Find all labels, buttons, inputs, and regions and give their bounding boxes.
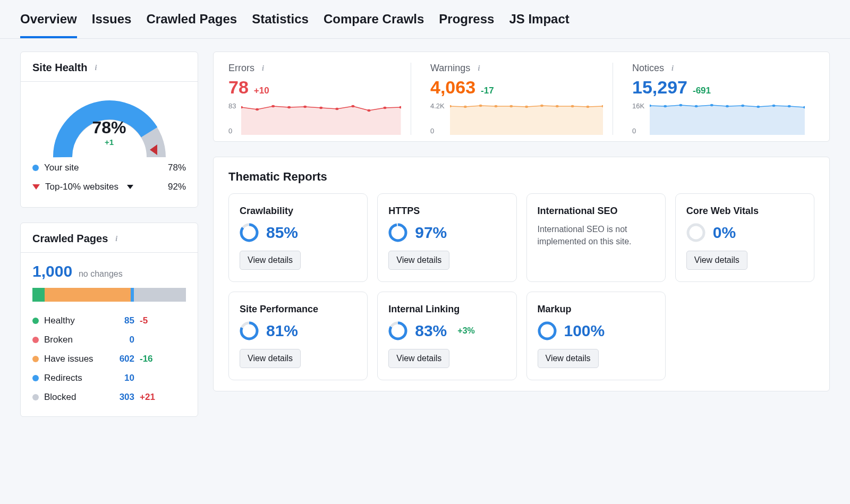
metric-value: 78: [228, 77, 249, 98]
crawled-total: 1,000: [32, 262, 72, 280]
svg-point-27: [664, 105, 667, 107]
crawled-value: 0: [107, 335, 134, 345]
metric-label: Warnings: [430, 63, 470, 74]
report-percent: 85%: [266, 224, 298, 242]
svg-point-17: [494, 105, 497, 107]
report-title: Internal Linking: [388, 304, 505, 315]
svg-point-33: [757, 106, 760, 108]
dot-icon: [32, 356, 39, 362]
metric-value: 15,297: [632, 77, 687, 98]
tab-compare-crawls[interactable]: Compare Crawls: [324, 12, 424, 38]
svg-point-18: [509, 105, 513, 107]
svg-point-11: [384, 107, 387, 109]
dot-icon: [32, 337, 39, 343]
info-icon[interactable]: i: [474, 64, 483, 73]
info-icon[interactable]: i: [91, 64, 100, 72]
legend-label: Your site: [44, 163, 79, 173]
chevron-down-icon: [127, 185, 133, 189]
tab-overview[interactable]: Overview: [20, 12, 77, 38]
view-details-button[interactable]: View details: [538, 349, 599, 368]
sparkline-errors: [241, 102, 401, 135]
report-card: Core Web Vitals 0% View details: [675, 193, 814, 282]
crawled-pages-card: Crawled Pages i 1,000 no changes Healthy…: [20, 223, 198, 417]
view-details-button[interactable]: View details: [240, 251, 301, 270]
report-percent: 0%: [713, 224, 736, 242]
crawled-value: 10: [107, 373, 134, 383]
info-icon[interactable]: i: [668, 64, 677, 73]
legend-value: 78%: [168, 163, 186, 173]
report-percent: 97%: [415, 224, 447, 242]
report-title: Crawlability: [240, 206, 356, 217]
report-title: HTTPS: [388, 206, 505, 217]
svg-point-34: [772, 105, 776, 107]
tab-progress[interactable]: Progress: [439, 12, 494, 38]
svg-point-40: [390, 225, 406, 241]
report-card: International SEOInternational SEO is no…: [526, 193, 666, 282]
view-details-button[interactable]: View details: [240, 349, 301, 368]
svg-point-32: [741, 105, 744, 107]
view-details-button[interactable]: View details: [388, 251, 449, 270]
tab-js-impact[interactable]: JS Impact: [509, 12, 569, 38]
report-percent: 81%: [266, 322, 298, 340]
crawled-value: 602: [107, 354, 134, 364]
metric-value: 4,063: [430, 77, 475, 98]
dot-icon: [32, 375, 39, 381]
donut-icon: [388, 223, 407, 242]
svg-point-30: [710, 104, 713, 106]
info-icon[interactable]: i: [112, 235, 121, 243]
crawled-row[interactable]: Broken 0: [32, 330, 186, 349]
thematic-title: Thematic Reports: [214, 157, 829, 193]
crawled-delta: -16: [140, 354, 153, 364]
crawled-delta: +21: [140, 392, 155, 403]
y-max: 4.2K: [430, 102, 445, 110]
crawled-row[interactable]: Blocked 303 +21: [32, 388, 186, 407]
legend-value: 92%: [168, 182, 186, 192]
report-message: International SEO is not implemented on …: [538, 223, 654, 247]
view-details-button[interactable]: View details: [388, 349, 449, 368]
bar-segment: [134, 288, 186, 302]
site-health-delta: +1: [92, 138, 126, 147]
thematic-reports: Thematic Reports Crawlability 85% View d…: [213, 157, 830, 391]
svg-point-21: [556, 105, 559, 107]
crawled-row[interactable]: Have issues 602 -16: [32, 349, 186, 369]
metric-delta: -17: [481, 86, 494, 96]
crawled-delta: -5: [140, 315, 148, 326]
report-card: Crawlability 85% View details: [228, 193, 368, 282]
tab-issues[interactable]: Issues: [92, 12, 132, 38]
bar-segment: [32, 288, 45, 302]
info-icon[interactable]: i: [259, 64, 267, 73]
top-metrics: Errors i 78 +10 83 0: [213, 52, 830, 142]
y-min: 0: [228, 127, 236, 135]
metric-errors[interactable]: Errors i 78 +10 83 0: [228, 63, 411, 135]
report-title: International SEO: [538, 206, 654, 217]
donut-icon: [538, 321, 557, 340]
crawled-row[interactable]: Redirects 10: [32, 369, 186, 388]
metric-label: Notices: [632, 63, 664, 74]
bar-segment: [45, 288, 131, 302]
crawled-pages-title: Crawled Pages: [32, 233, 108, 245]
report-percent: 100%: [564, 322, 605, 340]
svg-point-41: [688, 225, 704, 241]
crawled-value: 85: [107, 315, 134, 326]
report-title: Core Web Vitals: [686, 206, 803, 217]
dot-icon: [32, 318, 39, 324]
tab-crawled-pages[interactable]: Crawled Pages: [146, 12, 237, 38]
metric-notices[interactable]: Notices i 15,297 -691 16K 0: [632, 63, 814, 135]
crawled-row[interactable]: Healthy 85 -5: [32, 311, 186, 330]
svg-marker-1: [241, 106, 401, 135]
crawled-label: Blocked: [44, 392, 76, 403]
svg-point-19: [525, 106, 528, 108]
report-percent: 83%: [415, 322, 447, 340]
y-min: 0: [430, 127, 445, 135]
view-details-button[interactable]: View details: [686, 251, 747, 270]
svg-point-35: [788, 105, 791, 107]
metric-warnings[interactable]: Warnings i 4,063 -17 4.2K 0: [430, 63, 613, 135]
legend-top10[interactable]: Top-10% websites 92%: [32, 177, 186, 197]
report-card: HTTPS 97% View details: [377, 193, 516, 282]
report-card: Internal Linking 83% +3% View details: [377, 292, 516, 380]
tab-statistics[interactable]: Statistics: [252, 12, 309, 38]
crawled-label: Redirects: [44, 373, 82, 383]
svg-point-48: [539, 323, 555, 339]
donut-icon: [686, 223, 706, 242]
svg-point-10: [368, 109, 371, 112]
